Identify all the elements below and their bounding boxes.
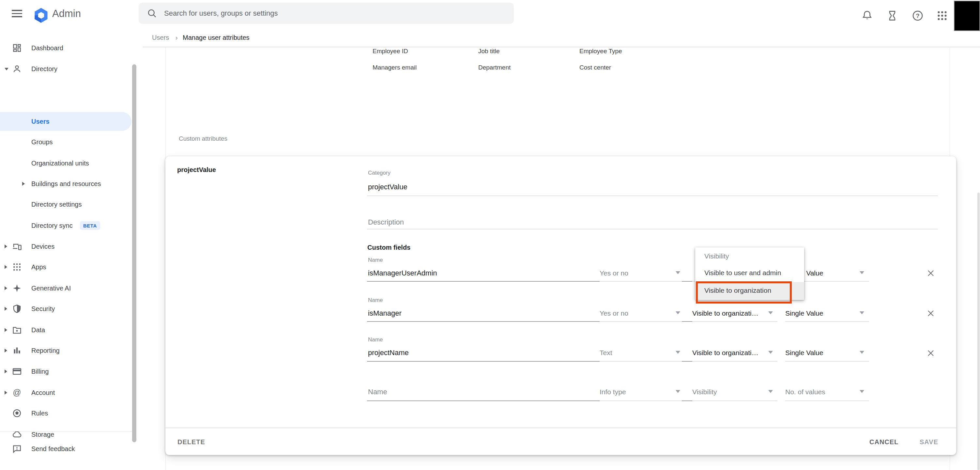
sidebar-scrollbar[interactable]	[132, 64, 136, 442]
dropdown-arrow-icon[interactable]	[676, 351, 680, 354]
remove-field-button[interactable]	[926, 308, 936, 319]
sidebar-item-security[interactable]: Security	[0, 299, 137, 318]
info-type-underline	[600, 361, 682, 362]
visibility-select[interactable]: Visible to organizati…	[692, 309, 759, 317]
custom-field-name-input[interactable]: isManagerUserAdmin	[368, 269, 437, 277]
sidebar-item-directory[interactable]: Directory	[0, 59, 137, 78]
menu-item-visible-to-organization[interactable]: Visible to organization	[704, 287, 771, 295]
dropdown-arrow-icon[interactable]	[676, 390, 680, 393]
remove-field-button[interactable]	[926, 268, 936, 279]
dropdown-arrow-icon[interactable]	[860, 390, 864, 393]
custom-field-name-input[interactable]: isManager	[368, 309, 402, 317]
chevron-down-icon	[5, 68, 8, 70]
visibility-dropdown-menu: Visibility Visible to user and admin Vis…	[695, 247, 804, 300]
sidebar-item-directory-settings[interactable]: Directory settings	[0, 195, 137, 214]
info-type-select[interactable]: Yes or no	[600, 269, 628, 277]
delete-button[interactable]: DELETE	[177, 438, 205, 446]
custom-fields-label: Custom fields	[368, 244, 410, 251]
sidebar-item-devices[interactable]: Devices	[0, 237, 137, 256]
sidebar-item-directory-sync[interactable]: Directory sync BETA	[0, 216, 137, 235]
info-type-select[interactable]: Yes or no	[600, 309, 628, 317]
sidebar-item-rules[interactable]: Rules	[0, 404, 137, 423]
sidebar-item-buildings-and-resources[interactable]: Buildings and resources	[0, 174, 137, 193]
visibility-select[interactable]: Visible to organizati…	[692, 349, 759, 357]
rules-wheel-icon	[12, 408, 22, 418]
breadcrumb-current: Manage user attributes	[183, 34, 250, 41]
dropdown-arrow-icon[interactable]	[860, 351, 864, 354]
dropdown-arrow-icon[interactable]	[676, 311, 680, 314]
chevron-right-icon	[5, 307, 7, 311]
chevron-right-icon	[5, 391, 7, 395]
admin-logo-icon	[33, 7, 49, 24]
info-type-select[interactable]: Info type	[600, 388, 626, 396]
help-icon[interactable]: ?	[910, 8, 925, 23]
num-values-select[interactable]: No. of values	[785, 388, 826, 396]
apps-grid-icon[interactable]	[935, 8, 949, 23]
sidebar-divider	[0, 431, 136, 432]
dropdown-arrow-icon[interactable]	[860, 271, 864, 274]
account-avatar[interactable]	[954, 1, 980, 31]
sidebar-item-generative-ai[interactable]: Generative AI	[0, 279, 137, 298]
svg-text:@: @	[13, 388, 21, 397]
chevron-right-icon	[5, 370, 7, 373]
field-label-job-title: Job title	[478, 48, 500, 55]
devices-icon	[12, 242, 22, 251]
visibility-select[interactable]: Visibility	[692, 388, 717, 396]
credit-card-icon	[12, 366, 22, 376]
sidebar-item-organizational-units[interactable]: Organizational units	[0, 154, 137, 173]
field-label-department: Department	[478, 64, 511, 71]
main-menu-icon[interactable]	[12, 10, 22, 18]
global-search[interactable]	[138, 3, 514, 24]
info-type-underline	[600, 321, 682, 322]
category-label: Category	[368, 170, 390, 176]
tasks-hourglass-icon[interactable]	[885, 8, 899, 23]
sidebar-item-data[interactable]: Data	[0, 320, 137, 339]
person-icon	[12, 64, 22, 74]
category-underline	[367, 196, 938, 196]
chevron-right-icon	[5, 328, 7, 332]
sidebar-item-groups[interactable]: Groups	[0, 132, 137, 151]
info-type-underline	[600, 400, 682, 401]
folder-star-icon	[12, 325, 22, 335]
breadcrumb-parent[interactable]: Users	[152, 34, 169, 41]
cancel-button[interactable]: CANCEL	[869, 438, 899, 446]
beta-badge: BETA	[80, 221, 100, 230]
at-sign-icon: @	[12, 388, 22, 398]
svg-text:?: ?	[916, 13, 920, 19]
num-values-select[interactable]: Single Value	[785, 309, 823, 317]
dropdown-arrow-icon[interactable]	[768, 351, 773, 354]
save-button[interactable]: SAVE	[920, 438, 938, 446]
search-icon	[146, 8, 158, 19]
dropdown-arrow-icon[interactable]	[768, 390, 773, 393]
category-input[interactable]: projectValue	[368, 183, 407, 191]
notifications-bell-icon[interactable]	[860, 8, 874, 23]
sidebar-item-reporting[interactable]: Reporting	[0, 341, 137, 360]
menu-item-visible-to-user-and-admin[interactable]: Visible to user and admin	[704, 269, 781, 277]
sidebar-item-apps[interactable]: Apps	[0, 258, 137, 276]
description-input[interactable]: Description	[368, 218, 404, 226]
search-input[interactable]	[164, 9, 491, 18]
edit-attribute-dialog: projectValue Category projectValue Descr…	[165, 156, 956, 455]
sidebar-item-account[interactable]: @ Account	[0, 383, 137, 402]
custom-field-name-input[interactable]: projectName	[368, 349, 409, 357]
sidebar-item-billing[interactable]: Billing	[0, 362, 137, 381]
dropdown-arrow-icon[interactable]	[860, 311, 864, 314]
description-underline	[367, 229, 938, 229]
name-label: Name	[368, 336, 383, 343]
header-divider	[143, 47, 980, 47]
num-values-select[interactable]: Single Value	[785, 349, 823, 357]
info-type-select[interactable]: Text	[600, 349, 612, 357]
remove-field-button[interactable]	[926, 348, 936, 358]
visibility-underline	[692, 321, 777, 322]
sidebar-item-dashboard[interactable]: Dashboard	[0, 38, 137, 57]
info-type-underline	[600, 281, 682, 282]
dropdown-arrow-icon[interactable]	[676, 271, 680, 274]
sidebar-item-send-feedback[interactable]: Send feedback	[0, 439, 137, 458]
dropdown-arrow-icon[interactable]	[768, 311, 773, 314]
new-field-name-input[interactable]: Name	[368, 388, 387, 396]
sidebar-nav: Dashboard Directory Users Groups Organiz…	[0, 31, 143, 470]
sidebar-item-users[interactable]: Users	[0, 112, 137, 131]
name-label: Name	[368, 297, 383, 304]
page-scrollbar[interactable]	[977, 193, 980, 470]
chevron-right-icon	[5, 265, 7, 269]
